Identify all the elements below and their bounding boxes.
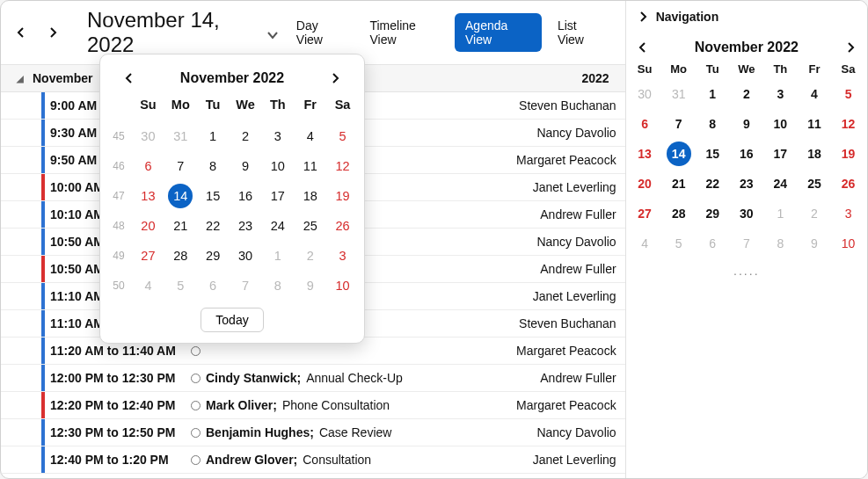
calendar-day[interactable]: 9 <box>294 271 326 301</box>
calendar-day[interactable]: 6 <box>132 151 164 181</box>
calendar-day[interactable]: 5 <box>326 121 359 151</box>
calendar-day[interactable]: 7 <box>730 229 764 258</box>
sidebar-prev-month-button[interactable] <box>635 40 651 55</box>
calendar-day[interactable]: 15 <box>696 139 730 169</box>
popup-month-title[interactable]: November 2022 <box>180 70 284 86</box>
calendar-day[interactable]: 4 <box>132 271 164 301</box>
calendar-day[interactable]: 6 <box>197 271 230 301</box>
popup-prev-month-button[interactable] <box>121 70 137 86</box>
calendar-day[interactable]: 14 <box>164 181 197 211</box>
calendar-day[interactable]: 22 <box>696 169 730 199</box>
calendar-day[interactable]: 22 <box>197 211 230 241</box>
agenda-row[interactable]: 12:20 PM to 12:40 PMMark Oliver; Phone C… <box>1 392 625 419</box>
calendar-day[interactable]: 25 <box>294 211 326 241</box>
calendar-day[interactable]: 31 <box>661 79 696 109</box>
calendar-day[interactable]: 16 <box>230 181 262 211</box>
calendar-day[interactable]: 1 <box>763 199 798 229</box>
calendar-day[interactable]: 3 <box>261 121 294 151</box>
calendar-day[interactable]: 10 <box>763 109 798 139</box>
calendar-day[interactable]: 30 <box>628 79 662 109</box>
calendar-day[interactable]: 20 <box>628 169 662 199</box>
view-timeline[interactable]: Timeline View <box>359 13 449 52</box>
today-button[interactable]: Today <box>201 308 263 332</box>
calendar-day[interactable]: 7 <box>230 271 262 301</box>
agenda-row[interactable]: 12:30 PM to 12:50 PMBenjamin Hughes; Cas… <box>1 419 625 446</box>
current-date-dropdown[interactable]: November 14, 2022 <box>87 8 279 57</box>
calendar-day[interactable]: 1 <box>261 241 294 271</box>
calendar-day[interactable]: 4 <box>294 121 326 151</box>
calendar-day[interactable]: 26 <box>831 169 865 199</box>
calendar-day[interactable]: 8 <box>261 271 294 301</box>
calendar-day[interactable]: 21 <box>661 169 696 199</box>
prev-date-button[interactable] <box>13 25 29 40</box>
calendar-day[interactable]: 21 <box>164 211 197 241</box>
calendar-day[interactable]: 5 <box>164 271 197 301</box>
calendar-day[interactable]: 13 <box>628 139 662 169</box>
sidebar-month-title[interactable]: November 2022 <box>695 40 799 55</box>
calendar-day[interactable]: 30 <box>230 241 262 271</box>
agenda-row[interactable]: 12:40 PM to 1:20 PMAndrew Glover; Consul… <box>1 446 625 474</box>
calendar-day[interactable]: 8 <box>763 229 798 258</box>
calendar-day[interactable]: 19 <box>326 181 359 211</box>
calendar-day[interactable]: 2 <box>730 79 764 109</box>
sidebar-more-indicator[interactable]: ..... <box>628 258 865 278</box>
calendar-day[interactable]: 10 <box>831 229 865 258</box>
calendar-day[interactable]: 10 <box>326 271 359 301</box>
calendar-day[interactable]: 12 <box>831 109 865 139</box>
calendar-day[interactable]: 3 <box>831 199 865 229</box>
calendar-day[interactable]: 25 <box>798 169 832 199</box>
calendar-day[interactable]: 3 <box>326 241 359 271</box>
calendar-day[interactable]: 18 <box>294 181 326 211</box>
calendar-day[interactable]: 9 <box>230 151 262 181</box>
calendar-day[interactable]: 30 <box>730 199 764 229</box>
calendar-day[interactable]: 29 <box>696 199 730 229</box>
calendar-day[interactable]: 27 <box>132 241 164 271</box>
calendar-day[interactable]: 4 <box>798 79 832 109</box>
calendar-day[interactable]: 24 <box>763 169 798 199</box>
calendar-day[interactable]: 2 <box>230 121 262 151</box>
calendar-day[interactable]: 11 <box>798 109 832 139</box>
view-agenda[interactable]: Agenda View <box>455 13 542 52</box>
calendar-day[interactable]: 29 <box>197 241 230 271</box>
calendar-day[interactable]: 4 <box>628 229 662 258</box>
calendar-day[interactable]: 1 <box>197 121 230 151</box>
calendar-day[interactable]: 9 <box>730 109 764 139</box>
calendar-day[interactable]: 10 <box>261 151 294 181</box>
calendar-day[interactable]: 17 <box>261 181 294 211</box>
calendar-day[interactable]: 9 <box>798 229 832 258</box>
calendar-day[interactable]: 20 <box>132 211 164 241</box>
sort-indicator-icon[interactable]: ◢ <box>17 74 33 83</box>
calendar-day[interactable]: 23 <box>230 211 262 241</box>
calendar-day[interactable]: 12 <box>326 151 359 181</box>
calendar-day[interactable]: 18 <box>798 139 832 169</box>
calendar-day[interactable]: 8 <box>197 151 230 181</box>
calendar-day[interactable]: 6 <box>696 229 730 258</box>
calendar-day[interactable]: 16 <box>730 139 764 169</box>
calendar-day[interactable]: 26 <box>326 211 359 241</box>
calendar-day[interactable]: 1 <box>696 79 730 109</box>
calendar-day[interactable]: 27 <box>628 199 662 229</box>
calendar-day[interactable]: 6 <box>628 109 662 139</box>
agenda-row[interactable]: 12:00 PM to 12:30 PMCindy Stanwick; Annu… <box>1 365 625 392</box>
view-day[interactable]: Day View <box>286 13 354 52</box>
calendar-day[interactable]: 5 <box>831 79 865 109</box>
calendar-day[interactable]: 13 <box>132 181 164 211</box>
calendar-day[interactable]: 17 <box>763 139 798 169</box>
calendar-day[interactable]: 30 <box>132 121 164 151</box>
popup-next-month-button[interactable] <box>327 70 343 86</box>
calendar-day[interactable]: 14 <box>661 139 696 169</box>
calendar-day[interactable]: 3 <box>763 79 798 109</box>
calendar-day[interactable]: 15 <box>197 181 230 211</box>
calendar-day[interactable]: 5 <box>661 229 696 258</box>
calendar-day[interactable]: 19 <box>831 139 865 169</box>
next-date-button[interactable] <box>45 25 61 40</box>
calendar-day[interactable]: 8 <box>696 109 730 139</box>
calendar-day[interactable]: 2 <box>798 199 832 229</box>
navigation-header[interactable]: Navigation <box>626 1 867 34</box>
calendar-day[interactable]: 28 <box>661 199 696 229</box>
calendar-day[interactable]: 31 <box>164 121 197 151</box>
calendar-day[interactable]: 28 <box>164 241 197 271</box>
sidebar-next-month-button[interactable] <box>842 40 858 55</box>
calendar-day[interactable]: 2 <box>294 241 326 271</box>
calendar-day[interactable]: 11 <box>294 151 326 181</box>
